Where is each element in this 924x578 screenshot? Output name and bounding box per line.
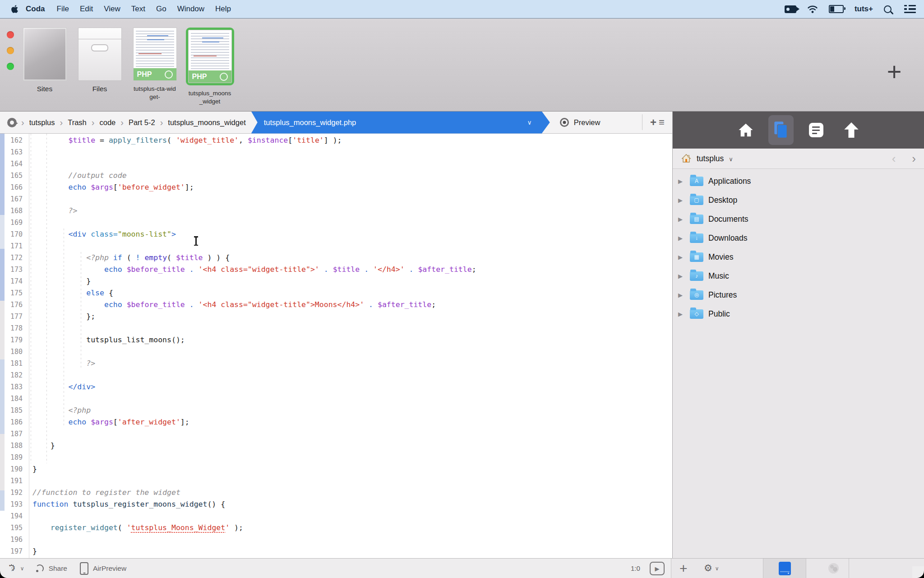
code-line[interactable]: 187 xyxy=(0,428,672,440)
tree-item-public[interactable]: ▶◇Public xyxy=(673,304,924,323)
tab-chevron-down-icon[interactable]: ∨ xyxy=(527,119,531,126)
menu-window[interactable]: Window xyxy=(177,5,204,14)
code-line[interactable]: 191 xyxy=(0,475,672,487)
code-line[interactable]: 174 } xyxy=(0,275,672,287)
code-line[interactable]: 182 xyxy=(0,369,672,381)
code-line[interactable]: 178 xyxy=(0,322,672,334)
tree-item-downloads[interactable]: ▶↓Downloads xyxy=(673,228,924,247)
code-line[interactable]: 181 ?> xyxy=(0,358,672,369)
code-line[interactable]: 167 xyxy=(0,193,672,205)
zoom-window-button[interactable] xyxy=(7,63,14,70)
code-line[interactable]: 183 </div> xyxy=(0,381,672,393)
toolbar-item-tutsplus-cta-widget-[interactable]: PHPtutsplus-cta-widget- xyxy=(131,28,179,101)
share-waves-icon[interactable] xyxy=(35,564,44,573)
code-line[interactable]: 165 //output code xyxy=(0,170,672,182)
add-item-button[interactable]: + xyxy=(880,57,909,86)
notification-list-icon[interactable] xyxy=(904,5,916,14)
code-line[interactable]: 164 xyxy=(0,158,672,170)
menu-edit[interactable]: Edit xyxy=(80,5,93,14)
file-thumbnail-selected[interactable]: PHP xyxy=(186,28,234,85)
file-thumbnail[interactable]: PHP xyxy=(133,28,177,81)
forward-chevron-icon[interactable]: › xyxy=(912,153,916,164)
add-file-button[interactable]: + xyxy=(679,559,688,578)
tree-item-desktop[interactable]: ▶▢Desktop xyxy=(673,191,924,210)
breadcrumb-item[interactable]: tutsplus xyxy=(29,118,55,127)
screen-recording-icon[interactable] xyxy=(785,5,796,13)
code-line[interactable]: 173 echo $before_title . '<h4 class="wid… xyxy=(0,264,672,275)
disclosure-triangle-icon[interactable]: ▶ xyxy=(678,254,685,261)
code-line[interactable]: 168 ?> xyxy=(0,205,672,217)
location-chevron-down-icon[interactable]: ∨ xyxy=(729,156,733,163)
disclosure-triangle-icon[interactable]: ▶ xyxy=(678,216,685,223)
code-line[interactable]: 177 }; xyxy=(0,311,672,322)
code-line[interactable]: 166 echo $args['before_widget']; xyxy=(0,182,672,193)
publish-button[interactable] xyxy=(839,115,864,145)
code-line[interactable]: 170 <div class="moons-list"> xyxy=(0,228,672,240)
tree-item-documents[interactable]: ▶▤Documents xyxy=(673,210,924,228)
clips-button[interactable] xyxy=(804,115,829,145)
toolbar-item-files[interactable]: Files xyxy=(76,28,124,93)
preview-play-button[interactable]: ▶ xyxy=(650,562,665,575)
battery-icon[interactable] xyxy=(829,5,844,13)
code-line[interactable]: 195 register_widget( 'tutsplus_Moons_Wid… xyxy=(0,522,672,534)
code-line[interactable]: 190} xyxy=(0,463,672,475)
toolbar-item-tutsplus-moons-widget[interactable]: PHPtutsplus_moons_widget xyxy=(186,28,234,105)
breadcrumb-item[interactable]: code xyxy=(99,118,116,127)
disclosure-triangle-icon[interactable]: ▶ xyxy=(678,311,685,317)
menu-view[interactable]: View xyxy=(104,5,120,14)
code-line[interactable]: 171 xyxy=(0,240,672,252)
remote-server-toggle[interactable] xyxy=(818,559,849,578)
menu-text[interactable]: Text xyxy=(131,5,145,14)
code-line[interactable]: 185 <?php xyxy=(0,405,672,416)
code-line[interactable]: 192//function to register the widget xyxy=(0,487,672,499)
toolbar-item-sites[interactable]: Sites xyxy=(21,28,69,93)
menu-go[interactable]: Go xyxy=(156,5,166,14)
tree-item-applications[interactable]: ▶AApplications xyxy=(673,172,924,191)
code-line[interactable]: 172 <?php if ( ! empty( $title ) ) { xyxy=(0,252,672,264)
tab-active-file[interactable]: tutsplus_moons_widget.php ∨ xyxy=(251,112,550,134)
menu-bar-user[interactable]: tuts+ xyxy=(855,5,873,14)
code-line[interactable]: 194 xyxy=(0,510,672,522)
tree-item-music[interactable]: ▶♪Music xyxy=(673,266,924,285)
code-line[interactable]: 179 tutsplus_list_moons(); xyxy=(0,334,672,346)
code-line[interactable]: 175 else { xyxy=(0,287,672,299)
disclosure-triangle-icon[interactable]: ▶ xyxy=(678,235,685,242)
sidebar-location-label[interactable]: tutsplus xyxy=(697,154,724,163)
code-line[interactable]: 193function tutsplus_register_moons_widg… xyxy=(0,499,672,510)
airpreview-label[interactable]: AirPreview xyxy=(93,564,126,573)
local-files-toggle[interactable] xyxy=(763,559,806,578)
breadcrumb-item[interactable]: Part 5-2 xyxy=(129,118,155,127)
disclosure-triangle-icon[interactable]: ▶ xyxy=(678,292,685,298)
airpreview-phone-icon[interactable] xyxy=(80,562,88,575)
code-line[interactable]: 169 xyxy=(0,217,672,228)
code-line[interactable]: 189 xyxy=(0,452,672,463)
actions-menu-button[interactable]: ⚙∨ xyxy=(704,559,719,578)
menu-coda[interactable]: Coda xyxy=(26,5,45,14)
gear-chevron-down-icon[interactable]: ∨ xyxy=(20,565,24,572)
code-line[interactable]: 162 $title = apply_filters( 'widget_titl… xyxy=(0,135,672,146)
code-line[interactable]: 184 xyxy=(0,393,672,405)
code-line[interactable]: 176 echo $before_title . '<h4 class="wid… xyxy=(0,299,672,311)
breadcrumb-item[interactable]: tutsplus_moons_widget xyxy=(168,118,245,127)
spotlight-search-icon[interactable] xyxy=(884,5,892,13)
breadcrumb-item[interactable]: Trash xyxy=(68,118,87,127)
back-chevron-icon[interactable]: ‹ xyxy=(892,153,896,164)
pages-button[interactable] xyxy=(768,115,794,145)
code-line[interactable]: 163 xyxy=(0,146,672,158)
menu-file[interactable]: File xyxy=(57,5,69,14)
tab-preview[interactable]: Preview xyxy=(560,118,601,127)
tab-list-button[interactable]: + ≡ xyxy=(642,114,672,130)
tree-item-movies[interactable]: ▶▦Movies xyxy=(673,247,924,266)
site-root-icon[interactable] xyxy=(7,118,17,127)
home-button[interactable] xyxy=(733,115,758,145)
code-line[interactable]: 180 xyxy=(0,346,672,358)
wifi-icon[interactable] xyxy=(807,5,818,14)
menu-help[interactable]: Help xyxy=(215,5,231,14)
code-line[interactable]: 197} xyxy=(0,545,672,557)
share-label[interactable]: Share xyxy=(49,564,67,573)
code-line[interactable]: 196 xyxy=(0,534,672,545)
minimize-window-button[interactable] xyxy=(7,47,14,54)
code-editor[interactable]: 162 $title = apply_filters( 'widget_titl… xyxy=(0,134,672,558)
disclosure-triangle-icon[interactable]: ▶ xyxy=(678,273,685,280)
disclosure-triangle-icon[interactable]: ▶ xyxy=(678,197,685,204)
